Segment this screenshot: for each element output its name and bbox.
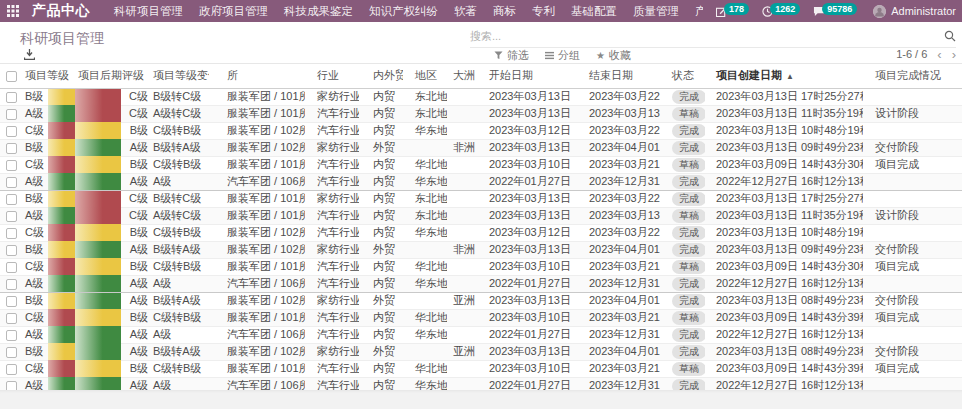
row-select-cell[interactable] (0, 326, 22, 343)
header-continent[interactable]: 大洲 (447, 64, 477, 88)
row-checkbox[interactable] (6, 143, 17, 154)
row-checkbox[interactable] (6, 313, 17, 324)
user-menu[interactable]: Administrator (873, 5, 956, 18)
table-row[interactable]: B级A级B级转A级服装军团 / 102所家纺行业外贸亚洲2023年03月13日2… (0, 343, 962, 360)
header-grade-change[interactable]: 项目等级变化 (151, 64, 209, 88)
row-checkbox[interactable] (6, 245, 17, 256)
header-trade[interactable]: 内外贸 (359, 64, 403, 88)
row-select-cell[interactable] (0, 309, 22, 326)
menu-item[interactable]: 软著 (446, 0, 485, 22)
table-row[interactable]: B级C级B级转C级服装军团 / 101所家纺行业内贸东北地区2023年03月13… (0, 190, 962, 207)
select-all-cell[interactable] (0, 64, 22, 88)
row-select-cell[interactable] (0, 139, 22, 156)
table-row[interactable]: A级C级A级转C级服装军团 / 101所汽车行业内贸东北地区2023年03月13… (0, 207, 962, 224)
table-row[interactable]: B级C级B级转C级服装军团 / 101所家纺行业内贸东北地区2023年03月13… (0, 88, 962, 105)
row-select-cell[interactable] (0, 292, 22, 309)
table-row[interactable]: B级A级B级转A级服装军团 / 102所家纺行业外贸亚洲2023年03月13日2… (0, 292, 962, 309)
table-row[interactable]: A级A级A级汽车军团 / 106所汽车行业内贸华东地区2022年01月27日20… (0, 275, 962, 292)
table-row[interactable]: C级B级C级转B级服装军团 / 102所汽车行业内贸华东地区2023年03月12… (0, 122, 962, 139)
row-checkbox[interactable] (6, 92, 17, 103)
table-row[interactable]: B级A级B级转A级服装军团 / 102所家纺行业外贸非洲2023年03月13日2… (0, 139, 962, 156)
menu-item[interactable]: 政府项目管理 (191, 0, 276, 22)
app-menus: 科研项目管理政府项目管理科技成果鉴定知识产权纠纷软著商标专利基础配置质量管理产品… (106, 0, 703, 22)
row-select-cell[interactable] (0, 173, 22, 190)
cell-post-grade: A级 (121, 292, 151, 309)
favorites-button[interactable]: ★ 收藏 (596, 48, 631, 63)
search-icon[interactable] (944, 30, 956, 42)
row-select-cell[interactable] (0, 88, 22, 105)
table-row[interactable]: C级B级C级转B级服装军团 / 101所汽车行业内贸华北地区2023年03月10… (0, 309, 962, 326)
row-checkbox[interactable] (6, 347, 17, 358)
header-region[interactable]: 地区 (403, 64, 447, 88)
menu-item[interactable]: 基础配置 (563, 0, 625, 22)
row-select-cell[interactable] (0, 156, 22, 173)
header-industry[interactable]: 行业 (305, 64, 359, 88)
row-checkbox[interactable] (6, 177, 17, 188)
row-select-cell[interactable] (0, 105, 22, 122)
row-checkbox[interactable] (6, 330, 17, 341)
row-checkbox[interactable] (6, 211, 17, 222)
row-select-cell[interactable] (0, 122, 22, 139)
row-checkbox[interactable] (6, 160, 17, 171)
header-grade[interactable]: 项目等级 (22, 64, 75, 88)
row-select-cell[interactable] (0, 224, 22, 241)
pager-next-icon[interactable]: › (952, 49, 956, 60)
row-checkbox[interactable] (6, 109, 17, 120)
cell-grade: C级 (22, 156, 48, 173)
header-start-date[interactable]: 开始日期 (477, 64, 575, 88)
apps-menu-icon[interactable] (0, 0, 26, 22)
post-grade-color-bar (75, 377, 121, 390)
row-checkbox[interactable] (6, 126, 17, 137)
table-row[interactable]: A级A级A级汽车军团 / 106所汽车行业内贸华东地区2022年01月27日20… (0, 173, 962, 190)
row-select-cell[interactable] (0, 190, 22, 207)
row-checkbox[interactable] (6, 296, 17, 307)
control-panel: 科研项目管理 筛选 (0, 22, 962, 63)
group-by-button[interactable]: 分组 (545, 48, 580, 63)
menu-item[interactable]: 商标 (485, 0, 524, 22)
row-checkbox[interactable] (6, 364, 17, 375)
table-row[interactable]: A级C级A级转C级服装军团 / 101所汽车行业内贸东北地区2023年03月13… (0, 105, 962, 122)
export-button[interactable] (24, 49, 35, 60)
cell-created: 2023年03月13日 11时35分19秒 (705, 105, 863, 122)
header-institute[interactable]: 所 (209, 64, 305, 88)
header-status[interactable]: 状态 (661, 64, 705, 88)
row-select-cell[interactable] (0, 207, 22, 224)
row-select-cell[interactable] (0, 360, 22, 377)
search-input[interactable] (470, 30, 944, 42)
row-checkbox[interactable] (6, 194, 17, 205)
menu-item[interactable]: 知识产权纠纷 (361, 0, 446, 22)
header-completion[interactable]: 项目完成情况 (863, 64, 962, 88)
pager-previous-icon[interactable]: ‹ (937, 49, 941, 60)
header-created[interactable]: 项目创建日期▲ (705, 64, 863, 88)
row-select-cell[interactable] (0, 343, 22, 360)
filter-button[interactable]: 筛选 (494, 48, 529, 63)
row-select-cell[interactable] (0, 275, 22, 292)
row-checkbox[interactable] (6, 228, 17, 239)
menu-item[interactable]: 科技成果鉴定 (276, 0, 361, 22)
table-row[interactable]: A级A级A级汽车军团 / 106所汽车行业内贸华东地区2022年01月27日20… (0, 377, 962, 390)
table-row[interactable]: C级B级C级转B级服装军团 / 101所汽车行业内贸华北地区2023年03月10… (0, 360, 962, 377)
menu-item[interactable]: 专利 (524, 0, 563, 22)
select-all-checkbox[interactable] (6, 71, 17, 82)
activities-button[interactable]: 178 (716, 5, 749, 17)
table-row[interactable]: A级A级A级汽车军团 / 106所汽车行业内贸华东地区2022年01月27日20… (0, 326, 962, 343)
header-post-grade[interactable]: 项目后期评级 (75, 64, 151, 88)
table-row[interactable]: B级A级B级转A级服装军团 / 102所家纺行业外贸非洲2023年03月13日2… (0, 241, 962, 258)
app-brand[interactable]: 产品中心 (32, 2, 90, 20)
table-row[interactable]: C级B级C级转B级服装军团 / 102所汽车行业内贸华东地区2023年03月12… (0, 224, 962, 241)
header-end-date[interactable]: 结束日期 (575, 64, 661, 88)
menu-item[interactable]: 质量管理 (625, 0, 687, 22)
table-row[interactable]: C级B级C级转B级服装军团 / 101所汽车行业内贸华北地区2023年03月10… (0, 156, 962, 173)
breadcrumb[interactable]: 科研项目管理 (20, 30, 104, 48)
clock-button[interactable]: 1262 (762, 5, 800, 17)
row-checkbox[interactable] (6, 262, 17, 273)
menu-item[interactable]: 科研项目管理 (106, 0, 191, 22)
row-select-cell[interactable] (0, 377, 22, 390)
table-row[interactable]: C级B级C级转B级服装军团 / 101所汽车行业内贸华北地区2023年03月10… (0, 258, 962, 275)
row-select-cell[interactable] (0, 241, 22, 258)
row-checkbox[interactable] (6, 381, 17, 390)
row-select-cell[interactable] (0, 258, 22, 275)
row-checkbox[interactable] (6, 279, 17, 290)
menu-item[interactable]: 产品认证 (687, 0, 703, 22)
messages-button[interactable]: 95786 (813, 5, 857, 17)
